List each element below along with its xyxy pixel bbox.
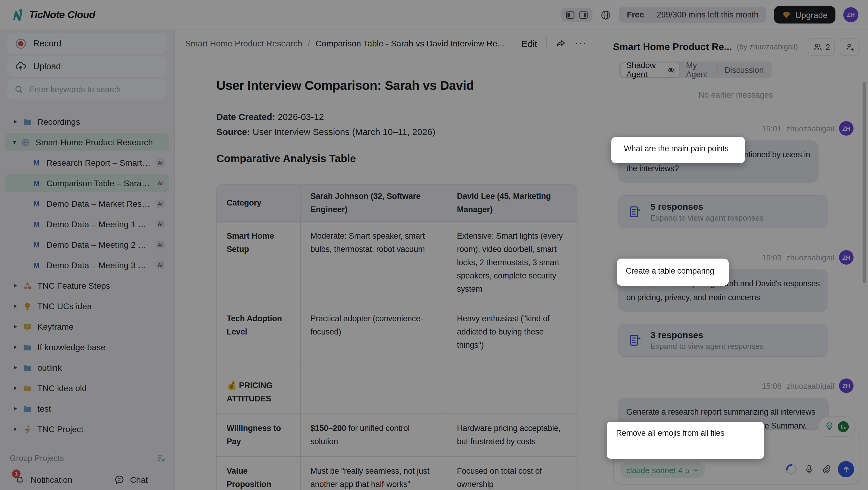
search-input[interactable] [29, 85, 160, 94]
tree-caret-icon[interactable] [14, 345, 17, 349]
toggle-right-panel-icon[interactable] [579, 10, 588, 20]
sidebar-tree-item[interactable]: Smart Home Product Research [5, 133, 169, 151]
table-row: 💰 PRICING ATTITUDES [217, 371, 577, 414]
table-header-cell: David Lee (45, Marketing Manager) [447, 185, 578, 221]
sidebar-tree-item[interactable]: test [5, 400, 169, 418]
sidebar-tree-item[interactable]: TNC idea old [5, 379, 169, 397]
language-globe-icon[interactable] [600, 9, 611, 20]
sidebar-tree-item[interactable]: outlink [5, 359, 169, 377]
tab-discussion[interactable]: Discussion [718, 65, 770, 74]
eye-off-icon[interactable] [667, 64, 676, 75]
document-sparkle-icon [628, 205, 642, 219]
plan-badge: Free [627, 10, 644, 19]
upgrade-button[interactable]: Upgrade [774, 6, 835, 24]
breadcrumb: Smart Home Product Research / Comparison… [175, 30, 603, 57]
sidebar-tree-item[interactable]: MComparison Table – Sarah v...AI [5, 174, 169, 192]
search-box[interactable] [7, 79, 167, 99]
logo-icon [10, 7, 25, 22]
svg-text:M: M [33, 241, 39, 249]
record-label: Record [33, 38, 61, 48]
sidebar-tree-item[interactable]: TNC UCs idea [5, 297, 169, 315]
more-options-button[interactable]: ··· [575, 38, 587, 49]
message-username: zhuozaabigail [786, 124, 834, 133]
svg-text:M: M [33, 261, 39, 269]
usage-text: 299/300 mins left this month [657, 10, 758, 19]
tree-caret-icon[interactable] [14, 325, 17, 329]
sidebar-tree-item[interactable]: MDemo Data – Meeting 2 – U...AI [5, 236, 169, 254]
share-icon[interactable] [556, 38, 566, 49]
app-logo[interactable]: TicNote Cloud [10, 7, 95, 22]
folder-blue-icon [22, 343, 32, 352]
panel-scrollbar[interactable] [863, 82, 866, 283]
tree-caret-icon[interactable] [14, 386, 17, 390]
send-button[interactable] [838, 461, 854, 477]
message-username: zhuozaabigail [786, 253, 834, 262]
user-avatar[interactable]: ZH [843, 7, 858, 22]
invite-button[interactable] [840, 38, 860, 56]
no-earlier-messages: No earlier messages [618, 90, 854, 99]
record-button[interactable]: Record [7, 33, 167, 54]
tree-item-label: TNC Feature Steps [37, 281, 164, 290]
chat-bubble-icon [114, 474, 124, 485]
tree-item-label: outlink [37, 363, 164, 372]
highlight-input-text: Remove all emojis from all files [607, 422, 764, 459]
task-list-icon[interactable] [156, 453, 166, 463]
table-cell-category [217, 360, 300, 371]
sidebar-tree-item[interactable]: Keyframe [5, 318, 169, 336]
chat-button[interactable]: Chat [87, 474, 174, 485]
tab-my-agent[interactable]: My Agent [679, 61, 717, 79]
sidebar-tree-item[interactable]: TNC Project [5, 420, 169, 438]
tree-caret-icon[interactable] [14, 284, 17, 287]
members-button[interactable]: 2 [808, 38, 835, 56]
tree-caret-icon[interactable] [14, 366, 17, 369]
group-projects-row[interactable]: Group Projects [10, 453, 166, 463]
tree-item-label: Demo Data – Market Resea... [46, 199, 151, 209]
shapes-icon [22, 281, 32, 290]
message-time: 15:06 [762, 381, 781, 390]
document: User Interview Comparison: Sarah vs Davi… [216, 78, 578, 490]
mfile-icon: M [31, 261, 41, 270]
tree-caret-icon[interactable] [14, 427, 17, 431]
tree-item-label: Smart Home Product Research [36, 137, 164, 147]
tree-item-label: Demo Data – Meeting 1 – U... [46, 219, 151, 229]
attach-icon[interactable] [821, 464, 831, 474]
message-avatar: ZH [839, 250, 854, 265]
upload-label: Upload [33, 61, 61, 71]
grammar-check-icon[interactable]: G [837, 421, 849, 433]
sidebar-tree-item[interactable]: MDemo Data – Meeting 1 – U...AI [5, 215, 169, 233]
svg-text:M: M [33, 179, 39, 187]
chevron-down-icon [693, 467, 699, 473]
sidebar-tree-item[interactable]: MDemo Data – Market Resea...AI [5, 195, 169, 213]
edit-button[interactable]: Edit [521, 38, 537, 49]
responses-card-text: 3 responsesExpand to view agent response… [650, 330, 764, 351]
tab-shadow-agent[interactable]: Shadow Agent [621, 63, 679, 77]
message-avatar: ZH [839, 378, 854, 393]
tree-item-label: Demo Data – Meeting 3 – In... [46, 261, 151, 270]
sidebar-tree-item[interactable]: TNC Feature Steps [5, 277, 169, 295]
notification-button[interactable]: 1 Notification [0, 474, 87, 485]
tree-caret-icon[interactable] [14, 120, 17, 124]
tree-item-label: Demo Data – Meeting 2 – U... [46, 240, 151, 249]
model-selector[interactable]: claude-sonnet-4-5 [620, 462, 705, 478]
tree-caret-icon[interactable] [14, 407, 17, 410]
tree-caret-icon[interactable] [13, 141, 16, 144]
mic-icon[interactable] [804, 464, 814, 474]
usage-divider [650, 10, 651, 19]
sidebar-tree-item[interactable]: If knowledge base [5, 338, 169, 356]
lightbulb-icon[interactable] [824, 421, 835, 432]
search-icon [14, 85, 24, 94]
breadcrumb-parent[interactable]: Smart Home Product Research [185, 38, 302, 48]
sidebar-tree-item[interactable]: MDemo Data – Meeting 3 – In...AI [5, 256, 169, 274]
upload-button[interactable]: Upload [7, 56, 167, 76]
message-meta: 15:01zhuozaabigailZH [618, 121, 854, 135]
sidebar-tree-item[interactable]: Recordings [5, 113, 169, 131]
toggle-left-panel-icon[interactable] [565, 10, 575, 20]
tree-caret-icon[interactable] [14, 304, 17, 308]
responses-card[interactable]: 3 responsesExpand to view agent response… [618, 324, 828, 357]
sidebar-tree-item[interactable]: MResearch Report – Smart H...AI [5, 154, 169, 172]
panel-byline: (by zhuozaabigail) [737, 43, 798, 51]
responses-card[interactable]: 5 responsesExpand to view agent response… [618, 195, 828, 228]
responses-count: 3 responses [650, 330, 764, 340]
actions-divider [546, 37, 547, 50]
message-username: zhuozaabigail [786, 381, 834, 390]
